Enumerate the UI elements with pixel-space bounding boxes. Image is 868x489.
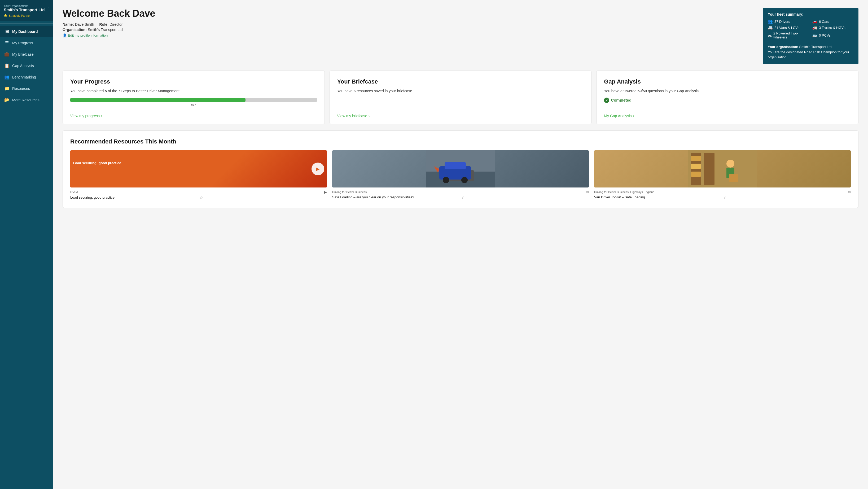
briefcase-arrow-icon: › (369, 114, 370, 118)
sidebar-item-progress[interactable]: ☰ My Progress (0, 37, 53, 49)
welcome-block: Welcome Back Dave Name: Dave Smith Role:… (63, 8, 155, 37)
welcome-heading: Welcome Back Dave (63, 8, 155, 19)
sidebar-item-gap[interactable]: 📋 Gap Analysis (0, 60, 53, 71)
crash-thumb (332, 150, 589, 187)
dashboard-icon: ⊞ (4, 29, 9, 34)
fleet-org-info: Your organisation: Smith's Transport Ltd… (768, 42, 854, 60)
bookmark-icon-1[interactable]: ☆ (199, 195, 327, 201)
resource-card-2: Driving for Better Business ⧉ Safe Loadi… (332, 150, 589, 201)
gap-card-text: You have answered 59/59 questions in you… (604, 88, 851, 94)
dvsa-thumb-text: Load securing: good practice (70, 158, 211, 168)
progress-bar-wrap: 5/7 (70, 98, 317, 107)
bikes-icon: 🏍 (768, 33, 772, 38)
gap-arrow-icon: › (633, 114, 634, 118)
gap-card-title: Gap Analysis (604, 78, 851, 85)
svg-rect-13 (691, 164, 701, 169)
svg-point-6 (443, 177, 449, 183)
resource-thumb-2 (332, 150, 589, 187)
progress-arrow-icon: › (101, 114, 102, 118)
sidebar-item-dashboard[interactable]: ⊞ My Dashboard (0, 26, 53, 37)
org-block[interactable]: Your Organisation: Smith's Transport Ltd… (0, 0, 53, 21)
svg-rect-4 (444, 162, 466, 169)
resource-title-3: Van Driver Toolkit – Safe Loading ☆ (594, 195, 851, 200)
fleet-item-trucks: 🚛 3 Trucks & HGVs (812, 25, 854, 30)
resource-thumb-3 (594, 150, 851, 187)
fleet-item-pcvs: 🚌 0 PCVs (812, 31, 854, 39)
briefcase-card: Your Briefcase You have 6 resources save… (330, 70, 592, 124)
progress-label: 5/7 (70, 103, 317, 107)
gap-analysis-link[interactable]: My Gap Analysis › (604, 109, 851, 118)
view-briefcase-link[interactable]: View my briefcase › (337, 109, 584, 118)
svg-rect-11 (704, 153, 714, 185)
fleet-item-cars: 🚗 6 Cars (812, 19, 854, 24)
recommended-section: Recommended Resources This Month Load se… (63, 130, 859, 208)
briefcase-card-text: You have 6 resources saved in your brief… (337, 88, 584, 94)
external-icon-3: ⧉ (848, 190, 851, 194)
org-row: Organisation: Smith's Transport Ltd (63, 28, 155, 32)
dvsa-thumb: Load securing: good practice ▶ (70, 150, 327, 187)
resource-card-1: Load securing: good practice ▶ DVSA ▶ Lo… (70, 150, 327, 201)
pcvs-icon: 🚌 (812, 33, 817, 38)
bookmark-icon-2[interactable]: ☆ (462, 195, 589, 200)
view-progress-link[interactable]: View my progress › (70, 109, 317, 118)
resource-grid: Load securing: good practice ▶ DVSA ▶ Lo… (70, 150, 851, 201)
svg-rect-14 (691, 172, 701, 177)
resource-card-3: Driving for Better Business, Highways En… (594, 150, 851, 201)
main-content: Welcome Back Dave Name: Dave Smith Role:… (53, 0, 868, 489)
resource-meta-2: Driving for Better Business ⧉ (332, 190, 589, 194)
drivers-icon: 👥 (768, 19, 773, 24)
edit-profile-link[interactable]: 👤 Edit my profile information (63, 33, 155, 37)
sidebar-item-benchmarking[interactable]: 👥 Benchmarking (0, 71, 53, 83)
progress-card-title: Your Progress (70, 78, 317, 85)
recommended-title: Recommended Resources This Month (70, 138, 851, 145)
sidebar-item-resources[interactable]: 📁 Resources (0, 83, 53, 94)
fleet-grid: 👥 37 Drivers 🚗 6 Cars 🚐 21 Vans & LCVs 🚛… (768, 19, 854, 39)
progress-icon: ☰ (4, 40, 9, 45)
resource-title-2: Safe Loading – are you clear on your res… (332, 195, 589, 200)
org-label: Your Organisation: (4, 4, 44, 7)
more-resources-icon: 📂 (4, 97, 9, 102)
gap-card: Gap Analysis You have answered 59/59 que… (596, 70, 859, 124)
sidebar-item-more-resources[interactable]: 📂 More Resources (0, 94, 53, 105)
resource-meta-3: Driving for Better Business, Highways En… (594, 190, 851, 194)
org-name: Smith's Transport Ltd (4, 7, 44, 12)
progress-card-text: You have completed 5 of the 7 Steps to B… (70, 88, 317, 94)
org-chevron-icon: › (48, 5, 49, 9)
briefcase-card-title: Your Briefcase (337, 78, 584, 85)
svg-point-15 (726, 160, 734, 167)
progress-fill (70, 98, 246, 102)
resource-title-1: Load securing: good practice ☆ (70, 195, 327, 201)
star-icon: ⭐ (4, 14, 7, 17)
svg-rect-12 (691, 156, 701, 161)
external-icon-2: ⧉ (586, 190, 589, 194)
cars-icon: 🚗 (812, 19, 817, 24)
fleet-summary: Your fleet summary: 👥 37 Drivers 🚗 6 Car… (763, 8, 859, 64)
name-row: Name: Dave Smith Role: Director (63, 22, 155, 27)
gap-icon: 📋 (4, 63, 9, 68)
sidebar-item-briefcase[interactable]: 💼 My Briefcase (0, 49, 53, 60)
resources-icon: 📁 (4, 86, 9, 91)
cards-row: Your Progress You have completed 5 of th… (63, 70, 859, 124)
person-edit-icon: 👤 (63, 33, 67, 37)
progress-card: Your Progress You have completed 5 of th… (63, 70, 325, 124)
svg-rect-17 (729, 174, 738, 182)
bookmark-icon-3[interactable]: ☆ (723, 195, 851, 200)
video-icon: ▶ (324, 190, 327, 194)
fleet-item-vans: 🚐 21 Vans & LCVs (768, 25, 809, 30)
trucks-icon: 🚛 (812, 25, 817, 30)
svg-point-7 (461, 177, 468, 183)
progress-bg (70, 98, 317, 102)
briefcase-icon: 💼 (4, 52, 9, 57)
play-button[interactable]: ▶ (311, 162, 324, 175)
fleet-item-drivers: 👥 37 Drivers (768, 19, 809, 24)
warehouse-thumb (594, 150, 851, 187)
completed-badge: ✓ Completed (604, 98, 851, 103)
vans-icon: 🚐 (768, 25, 773, 30)
resource-thumb-1: Load securing: good practice ▶ (70, 150, 327, 187)
page-header: Welcome Back Dave Name: Dave Smith Role:… (63, 8, 859, 64)
fleet-item-bikes: 🏍 2 Powered Two-wheelers (768, 31, 809, 39)
sidebar: Your Organisation: Smith's Transport Ltd… (0, 0, 53, 489)
partner-badge: ⭐ Strategic Partner (4, 14, 49, 17)
fleet-title: Your fleet summary: (768, 12, 854, 17)
benchmarking-icon: 👥 (4, 74, 9, 80)
